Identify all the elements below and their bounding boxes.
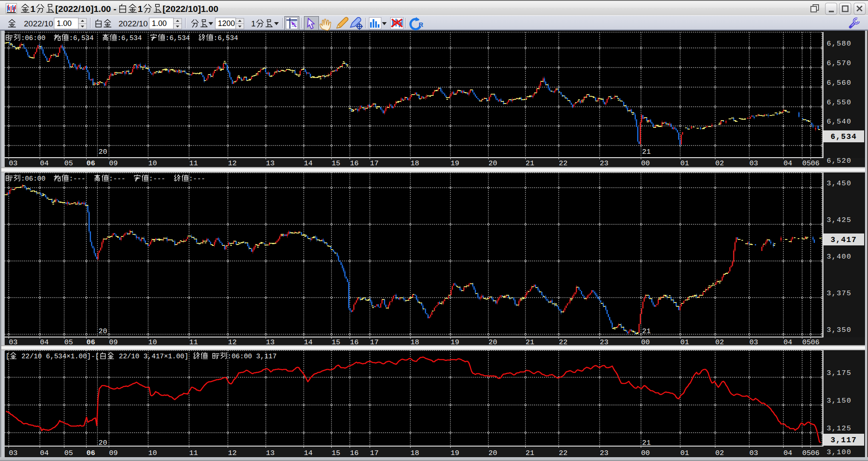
- svg-text:09: 09: [109, 449, 118, 457]
- svg-text:05: 05: [802, 449, 811, 457]
- svg-text:04: 04: [784, 338, 792, 346]
- svg-text:01: 01: [680, 449, 689, 457]
- svg-text:13: 13: [266, 449, 275, 457]
- svg-text:14: 14: [304, 159, 312, 167]
- svg-text:18: 18: [411, 159, 419, 167]
- svg-text::---: :---: [189, 175, 205, 183]
- svg-text:20: 20: [489, 449, 497, 457]
- svg-text:03: 03: [749, 338, 758, 346]
- svg-text:21: 21: [526, 449, 534, 457]
- svg-text:1.00: 1.00: [152, 19, 167, 28]
- svg-text:3,117: 3,117: [830, 436, 857, 444]
- svg-text:6,580: 6,580: [827, 40, 852, 48]
- svg-text:11: 11: [189, 338, 198, 346]
- svg-text::06:00: :06:00: [21, 35, 54, 42]
- svg-text:1.00: 1.00: [57, 19, 72, 28]
- svg-text:04: 04: [40, 449, 49, 457]
- svg-text::6,534: :6,534: [69, 35, 102, 42]
- svg-text:20: 20: [489, 159, 497, 167]
- svg-text:22: 22: [559, 449, 567, 457]
- svg-text:6,570: 6,570: [827, 59, 852, 67]
- svg-text:03: 03: [9, 449, 17, 457]
- svg-text:01: 01: [680, 159, 689, 167]
- svg-text:20: 20: [489, 338, 497, 346]
- svg-text:05: 05: [802, 338, 811, 346]
- svg-text:3,400: 3,400: [827, 253, 852, 261]
- svg-text:6,534: 6,534: [830, 133, 857, 141]
- svg-text:05: 05: [64, 159, 73, 167]
- svg-text:23: 23: [600, 338, 608, 346]
- svg-text:10: 10: [148, 159, 157, 167]
- svg-text:02: 02: [715, 449, 724, 457]
- svg-text:3,375: 3,375: [827, 289, 852, 297]
- svg-text:01: 01: [680, 338, 689, 346]
- svg-text:21: 21: [642, 148, 651, 156]
- svg-text:19: 19: [451, 159, 459, 167]
- svg-text:06: 06: [87, 338, 95, 346]
- svg-text:6,550: 6,550: [827, 98, 852, 107]
- svg-text:03: 03: [749, 449, 758, 457]
- svg-text:02: 02: [715, 159, 724, 167]
- svg-text:09: 09: [109, 159, 118, 167]
- svg-text:22: 22: [559, 338, 567, 346]
- svg-text:18: 18: [411, 449, 419, 457]
- svg-text:1200: 1200: [218, 19, 235, 28]
- svg-text::---: :---: [149, 175, 174, 183]
- svg-text:3,125: 3,125: [827, 424, 852, 432]
- svg-text:1: 1: [251, 19, 256, 28]
- svg-text:15: 15: [332, 338, 340, 346]
- svg-text:19: 19: [451, 338, 459, 346]
- svg-text:15: 15: [332, 449, 340, 457]
- svg-text:22/10 6,534×1.00]-[: 22/10 6,534×1.00]-[: [17, 353, 99, 360]
- svg-text:11: 11: [189, 159, 198, 167]
- svg-text:09: 09: [109, 338, 118, 346]
- svg-text:3,425: 3,425: [827, 216, 852, 224]
- svg-text:18: 18: [411, 338, 419, 346]
- svg-text:3,100: 3,100: [827, 448, 852, 456]
- svg-text:19: 19: [451, 449, 459, 457]
- svg-text:17: 17: [370, 338, 379, 346]
- svg-text:16: 16: [350, 159, 359, 167]
- svg-text:23: 23: [600, 449, 608, 457]
- svg-text:20: 20: [98, 439, 107, 447]
- svg-text:3,175: 3,175: [827, 369, 852, 377]
- svg-text:16: 16: [350, 449, 359, 457]
- svg-text::06:00: :06:00: [21, 175, 54, 183]
- svg-text:22: 22: [559, 159, 567, 167]
- svg-text:3,450: 3,450: [827, 179, 852, 187]
- svg-text:00: 00: [641, 449, 650, 457]
- svg-text:20: 20: [98, 148, 107, 156]
- svg-text:21: 21: [526, 159, 534, 167]
- svg-text:6,540: 6,540: [827, 118, 852, 126]
- svg-text::---: :---: [69, 175, 94, 183]
- svg-text:13: 13: [266, 159, 275, 167]
- svg-text:[2022/10]1.00 -: [2022/10]1.00 -: [55, 4, 119, 14]
- svg-text:12: 12: [228, 159, 237, 167]
- svg-text:R: R: [419, 21, 423, 28]
- svg-text:3,150: 3,150: [827, 397, 852, 405]
- svg-text:03: 03: [749, 159, 758, 167]
- svg-text:23: 23: [600, 159, 608, 167]
- svg-text:3,417: 3,417: [830, 236, 857, 244]
- svg-text:03: 03: [9, 338, 17, 346]
- svg-text:10: 10: [148, 449, 157, 457]
- svg-text::06:00 3,117: :06:00 3,117: [228, 353, 277, 360]
- svg-text:11: 11: [189, 449, 198, 457]
- svg-text:[: [: [6, 353, 10, 360]
- svg-text:00: 00: [641, 159, 650, 167]
- svg-text:13: 13: [266, 338, 275, 346]
- svg-text:17: 17: [370, 449, 379, 457]
- svg-text:2022/10: 2022/10: [119, 19, 148, 28]
- svg-text:05: 05: [802, 159, 811, 167]
- svg-text:2022/10: 2022/10: [24, 19, 53, 28]
- svg-text:21: 21: [642, 439, 651, 447]
- svg-text:14: 14: [304, 338, 312, 346]
- svg-text:3,350: 3,350: [827, 326, 852, 334]
- svg-text:14: 14: [304, 449, 312, 457]
- svg-text:20: 20: [98, 327, 107, 335]
- svg-text:6,520: 6,520: [827, 157, 852, 165]
- svg-text:06: 06: [811, 338, 819, 346]
- svg-text:04: 04: [40, 338, 49, 346]
- svg-text:16: 16: [350, 338, 359, 346]
- svg-text:6,560: 6,560: [827, 79, 852, 87]
